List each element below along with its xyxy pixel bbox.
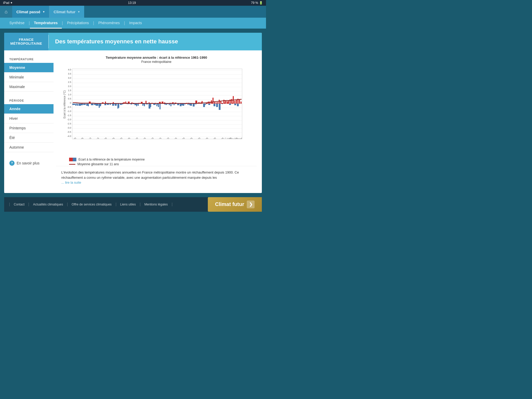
svg-rect-89 — [214, 104, 215, 106]
svg-text:-4.0: -4.0 — [67, 135, 71, 137]
sidebar-item-minimale[interactable]: Minimale — [4, 72, 54, 82]
svg-rect-190 — [212, 98, 214, 104]
svg-rect-204 — [234, 101, 235, 104]
svg-rect-169 — [180, 104, 181, 104]
footer-mentions[interactable]: Mentions légales — [140, 203, 172, 206]
status-right: 79 % 🔋 — [251, 1, 263, 5]
svg-rect-172 — [184, 104, 185, 104]
nav-temperatures[interactable]: Températures — [30, 18, 62, 29]
svg-rect-146 — [144, 104, 145, 106]
nav-precipitations[interactable]: Précipitations — [63, 18, 93, 29]
svg-rect-208 — [241, 102, 242, 104]
svg-rect-124 — [110, 104, 111, 105]
svg-rect-114 — [94, 104, 95, 104]
svg-rect-186 — [206, 104, 207, 104]
svg-rect-70 — [164, 104, 166, 104]
sidebar-item-printemps[interactable]: Printemps — [4, 123, 54, 133]
home-icon: ⌂ — [5, 9, 8, 15]
svg-text:1925: 1925 — [110, 137, 115, 142]
chart-subtitle: France métropolitaine — [56, 60, 257, 64]
page-title: Des températures moyennes en nette hauss… — [49, 33, 184, 50]
svg-rect-185 — [205, 104, 206, 105]
svg-rect-109 — [86, 104, 87, 106]
nav-impacts[interactable]: Impacts — [125, 18, 146, 29]
climat-futur-button[interactable]: Climat futur ❯ — [208, 197, 262, 212]
svg-text:3.5: 3.5 — [68, 72, 71, 75]
svg-rect-176 — [191, 104, 192, 105]
svg-rect-92 — [221, 103, 223, 104]
svg-rect-103 — [77, 104, 78, 106]
description-text: L'évolution des températures moyennes an… — [56, 166, 257, 189]
svg-rect-199 — [227, 101, 228, 104]
status-time: 13:19 — [128, 1, 136, 5]
status-bar: iPad ✦ 13:19 79 % 🔋 — [0, 0, 266, 6]
legend-line-swatch — [69, 164, 75, 165]
svg-text:1935: 1935 — [125, 137, 131, 142]
svg-rect-141 — [136, 104, 137, 106]
svg-rect-132 — [122, 104, 123, 104]
svg-text:2.5: 2.5 — [68, 81, 71, 83]
svg-text:1930: 1930 — [117, 137, 123, 142]
sidebar-item-hiver[interactable]: Hiver — [4, 114, 54, 123]
chart-legend: Ecart à la référence de la température m… — [69, 158, 257, 166]
svg-rect-116 — [97, 104, 98, 106]
periode-section-label: PÉRIODE — [4, 97, 54, 104]
chart-area: Température moyenne annuelle : écart à l… — [54, 50, 262, 193]
svg-rect-205 — [236, 100, 237, 104]
svg-text:1965: 1965 — [172, 137, 177, 142]
content-card: FRANCEMÉTROPOLITAINE Des températures mo… — [4, 33, 262, 193]
sidebar-item-automne[interactable]: Automne — [4, 143, 54, 152]
svg-text:0: 0 — [70, 102, 71, 104]
region-label: FRANCEMÉTROPOLITAINE — [4, 33, 48, 50]
chart-container: 4.0 3.5 3.0 2.5 2.0 1.5 1.0 0.5 0 -0.5 -… — [56, 67, 257, 155]
nav-synthese[interactable]: Synthèse — [5, 18, 29, 29]
chart-title: Température moyenne annuelle : écart à l… — [56, 56, 257, 59]
legend-line-label: Moyenne glissante sur 11 ans — [77, 162, 119, 166]
svg-rect-50 — [112, 104, 114, 106]
battery-label: 79 % 🔋 — [251, 1, 263, 5]
svg-rect-97 — [234, 104, 236, 105]
svg-rect-193 — [217, 102, 218, 104]
svg-rect-104 — [78, 104, 79, 105]
read-more-link[interactable]: ... lire la suite — [61, 181, 81, 184]
legend-item-bar: Ecart à la référence de la température m… — [69, 158, 257, 161]
svg-rect-57 — [130, 104, 132, 104]
climat-futur-label: Climat futur — [54, 10, 75, 14]
climat-passe-dropdown[interactable]: Climat passé ▼ — [12, 6, 49, 18]
svg-text:1910: 1910 — [86, 137, 92, 142]
sidebar-item-annee[interactable]: Année — [4, 104, 54, 114]
svg-rect-160 — [166, 104, 167, 105]
svg-rect-170 — [181, 104, 182, 105]
svg-rect-38 — [81, 104, 83, 105]
svg-rect-150 — [150, 104, 151, 107]
description-body: L'évolution des températures moyennes an… — [61, 170, 239, 179]
footer-actualites[interactable]: Actualités climatiques — [29, 203, 67, 206]
svg-text:-1.0: -1.0 — [67, 110, 71, 112]
svg-text:Ecart à la référence (°C): Ecart à la référence (°C) — [63, 90, 66, 118]
sidebar-item-moyenne[interactable]: Moyenne — [4, 63, 54, 72]
svg-rect-64 — [149, 104, 150, 109]
footer-links: Contact Actualités climatiques Offre de … — [9, 203, 172, 206]
climat-futur-arrow: ▼ — [78, 10, 80, 13]
climat-futur-dropdown[interactable]: Climat futur ▼ — [49, 6, 84, 18]
nav-phenomenes[interactable]: Phénomènes — [94, 18, 124, 29]
home-button[interactable]: ⌂ — [0, 6, 12, 18]
svg-rect-142 — [138, 104, 139, 106]
svg-rect-87 — [208, 104, 210, 105]
svg-rect-156 — [159, 104, 161, 109]
svg-rect-95 — [229, 104, 231, 105]
footer-contact[interactable]: Contact — [9, 203, 29, 206]
svg-text:1975: 1975 — [188, 137, 193, 142]
svg-rect-175 — [189, 104, 190, 105]
svg-rect-91 — [219, 104, 221, 110]
sidebar-item-ete[interactable]: Été — [4, 133, 54, 143]
svg-rect-71 — [167, 104, 169, 104]
sidebar-item-maximale[interactable]: Maximale — [4, 82, 54, 92]
svg-text:1960: 1960 — [164, 137, 170, 142]
footer-offre[interactable]: Offre de services climatiques — [68, 203, 116, 206]
svg-text:1990: 1990 — [211, 137, 216, 142]
en-savoir-plus[interactable]: ? En savoir plus — [4, 157, 54, 169]
chart-svg: 4.0 3.5 3.0 2.5 2.0 1.5 1.0 0.5 0 -0.5 -… — [56, 67, 257, 155]
temperature-section-label: TEMPÉRATURE — [4, 56, 54, 63]
footer-liens[interactable]: Liens utiles — [116, 203, 140, 206]
